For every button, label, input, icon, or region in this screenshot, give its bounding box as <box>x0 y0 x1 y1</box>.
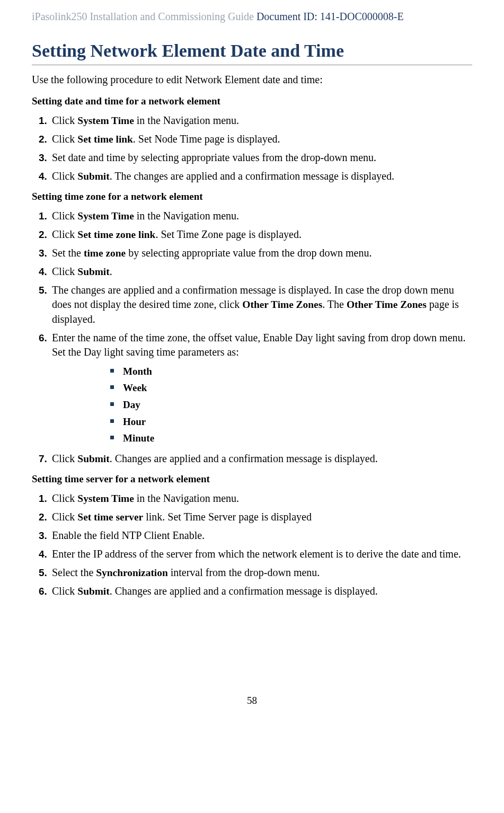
step: Click Set time zone link. Set Time Zone … <box>50 227 472 242</box>
page-number: 58 <box>32 694 472 708</box>
section-heading: Setting date and time for a network elem… <box>32 94 472 108</box>
procedure-list: Click System Time in the Navigation menu… <box>32 209 472 466</box>
list-item: Day <box>110 398 472 412</box>
page-header: iPasolink250 Installation and Commission… <box>32 0 472 39</box>
header-doc-id: Document ID: 141-DOC000008-E <box>257 11 404 22</box>
step: Enter the name of the time zone, the off… <box>50 331 472 445</box>
bullet-list: Month Week Day Hour Minute <box>110 365 472 445</box>
step: Enter the IP address of the server from … <box>50 547 472 561</box>
step: Click Submit. Changes are applied and a … <box>50 584 472 598</box>
step: Click Submit. The changes are applied an… <box>50 169 472 183</box>
section-heading: Setting time zone for a network element <box>32 190 472 204</box>
page-title: Setting Network Element Date and Time <box>32 39 472 65</box>
step: Click System Time in the Navigation menu… <box>50 491 472 506</box>
procedure-list: Click System Time in the Navigation menu… <box>32 113 472 184</box>
step: Click Submit. Changes are applied and a … <box>50 452 472 466</box>
step: Click System Time in the Navigation menu… <box>50 113 472 128</box>
list-item: Minute <box>110 431 472 445</box>
step: Select the Synchronization interval from… <box>50 565 472 580</box>
step: The changes are applied and a confirmati… <box>50 283 472 326</box>
procedure-list: Click System Time in the Navigation menu… <box>32 491 472 599</box>
step: Click System Time in the Navigation menu… <box>50 209 472 223</box>
step: Click Set time link. Set Node Time page … <box>50 132 472 146</box>
step: Set date and time by selecting appropria… <box>50 151 472 165</box>
step: Click Set time server link. Set Time Ser… <box>50 510 472 524</box>
list-item: Week <box>110 381 472 395</box>
list-item: Hour <box>110 415 472 429</box>
list-item: Month <box>110 365 472 378</box>
header-product: iPasolink250 Installation and Commission… <box>32 11 257 22</box>
section-heading: Setting time server for a network elemen… <box>32 472 472 486</box>
step: Enable the field NTP Client Enable. <box>50 528 472 543</box>
step: Set the time zone by selecting appropria… <box>50 246 472 260</box>
step: Click Submit. <box>50 264 472 279</box>
intro-text: Use the following procedure to edit Netw… <box>32 73 472 87</box>
